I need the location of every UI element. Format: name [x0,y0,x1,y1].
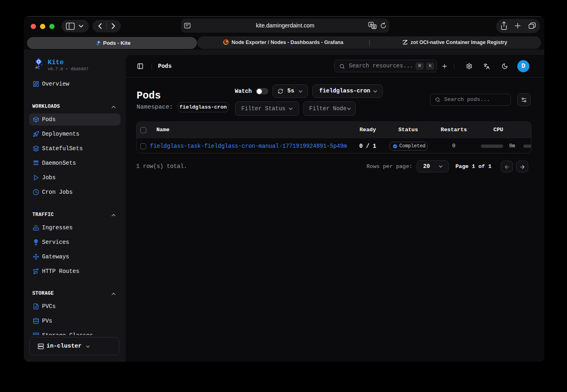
svg-text:文: 文 [372,25,376,29]
